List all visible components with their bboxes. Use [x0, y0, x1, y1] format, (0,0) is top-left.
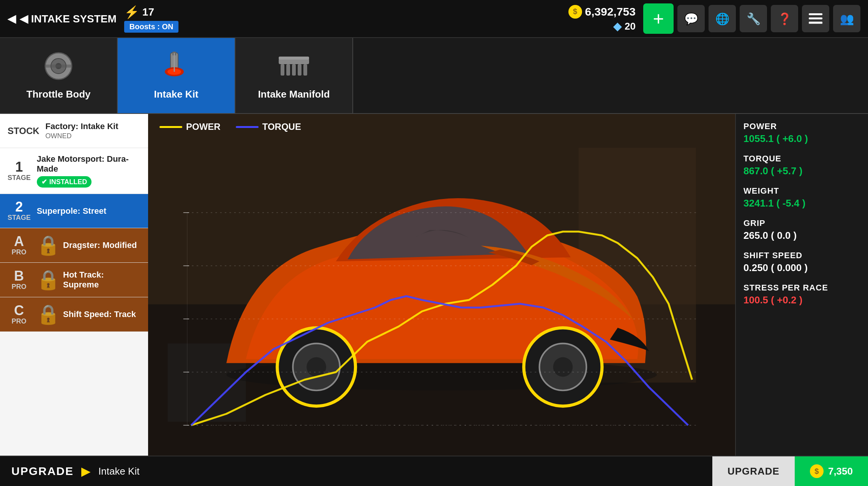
stock-label: STOCK	[8, 126, 39, 136]
top-bar: ◀ ◀ INTAKE SYSTEM ⚡ 17 Boosts : ON $ 6,3…	[0, 0, 868, 38]
svg-rect-14	[281, 64, 284, 76]
cost-currency-icon: $	[810, 464, 824, 478]
pro-b-label: PRO	[11, 283, 26, 291]
pro-b-name: Hot Track: Supreme	[63, 270, 140, 290]
throttle-body-label: Throttle Body	[27, 88, 91, 100]
pro-a-name: Dragster: Modified	[63, 240, 140, 250]
tab-intake-manifold[interactable]: Intake Manifold	[235, 38, 353, 113]
plus-icon: +	[653, 8, 664, 30]
upgrade-pro-a[interactable]: A PRO 🔒 Dragster: Modified	[0, 228, 148, 263]
upgrade-pro-c[interactable]: C PRO 🔒 Shift Speed: Track	[0, 297, 148, 332]
stage2-num: 2	[15, 200, 23, 214]
grip-value: 265.0 ( 0.0 )	[743, 230, 860, 241]
play-icon: ▶	[81, 464, 91, 478]
intake-kit-label: Intake Kit	[154, 88, 198, 100]
svg-rect-2	[809, 22, 822, 24]
throttle-body-icon	[41, 51, 76, 85]
stock-info: Factory: Intake Kit OWNED	[46, 122, 140, 140]
svg-rect-16	[292, 64, 296, 76]
stage2-badge: 2 STAGE	[8, 200, 31, 222]
stock-badge: STOCK	[8, 126, 39, 136]
stage1-info: Jake Motorsport: Dura-Made ✔ INSTALLED	[37, 154, 140, 188]
people-button[interactable]: 👥	[833, 5, 860, 32]
pro-c-info: Shift Speed: Track	[63, 309, 140, 319]
torque-line-indicator	[236, 126, 259, 128]
tab-intake-kit[interactable]: Intake Kit	[118, 38, 235, 113]
upgrade-stock[interactable]: STOCK Factory: Intake Kit OWNED	[0, 114, 148, 148]
upgrade-section-label: UPGRADE	[11, 465, 74, 478]
check-icon: ✔	[41, 178, 47, 186]
stat-torque: TORQUE 867.0 ( +5.7 )	[743, 154, 860, 177]
part-tabs: Throttle Body Intake Kit	[0, 38, 868, 114]
upgrade-list: STOCK Factory: Intake Kit OWNED 1 STAGE …	[0, 114, 148, 456]
pro-a-num: A	[14, 235, 24, 248]
svg-rect-7	[45, 65, 72, 68]
globe-button[interactable]: 🌐	[709, 5, 736, 32]
intake-manifold-icon	[277, 51, 311, 85]
svg-rect-19	[279, 57, 309, 60]
svg-rect-17	[298, 64, 301, 76]
upgrade-green-button[interactable]: $ 7,350	[795, 456, 868, 486]
lightning-icon: ⚡	[124, 5, 139, 19]
shift-speed-value: 0.250 ( 0.000 )	[743, 262, 860, 274]
pro-b-info: Hot Track: Supreme	[63, 270, 140, 290]
lock-icon-a: 🔒	[36, 234, 60, 256]
stat-stress: STRESS PER RACE 100.5 ( +0.2 )	[743, 283, 860, 306]
upgrade-label-section: UPGRADE ▶ Intake Kit	[0, 464, 712, 478]
upgrade-part-name: Intake Kit	[98, 465, 139, 477]
upgrade-button-section: UPGRADE $ 7,350	[712, 456, 868, 486]
installed-badge: ✔ INSTALLED	[37, 176, 92, 188]
stress-value: 100.5 ( +0.2 )	[743, 294, 860, 306]
add-currency-button[interactable]: +	[643, 3, 674, 34]
svg-rect-1	[809, 17, 822, 19]
gold-icon: $	[568, 5, 582, 19]
boosts-section: ⚡ 17 Boosts : ON	[124, 5, 179, 33]
stats-panel: POWER 1055.1 ( +6.0 ) TORQUE 867.0 ( +5.…	[735, 114, 868, 456]
boosts-badge[interactable]: Boosts : ON	[124, 21, 179, 33]
lightning-section: ⚡ 17	[124, 5, 154, 19]
menu-button[interactable]	[802, 5, 829, 32]
back-button[interactable]: ◀ ◀ INTAKE SYSTEM	[8, 13, 117, 25]
pro-b-num: B	[14, 269, 24, 283]
upgrade-white-button[interactable]: UPGRADE	[712, 456, 795, 486]
upgrade-pro-b[interactable]: B PRO 🔒 Hot Track: Supreme	[0, 263, 148, 297]
tab-throttle-body[interactable]: Throttle Body	[0, 38, 118, 113]
lightning-count: 17	[142, 6, 154, 18]
upgrade-cost: 7,350	[828, 465, 853, 477]
intake-kit-icon	[159, 51, 193, 85]
upgrade-white-label: UPGRADE	[728, 465, 780, 477]
stat-grip: GRIP 265.0 ( 0.0 )	[743, 218, 860, 241]
top-icons: 💬 🌐 🔧 ❓ 👥	[677, 5, 860, 32]
bottom-bar: UPGRADE ▶ Intake Kit UPGRADE $ 7,350	[0, 456, 868, 486]
weight-value: 3241.1 ( -5.4 )	[743, 197, 860, 209]
upgrade-stage2[interactable]: 2 STAGE Superpole: Street	[0, 194, 148, 228]
diamond-currency: ◆ 20	[613, 20, 636, 33]
diamond-icon: ◆	[613, 20, 622, 33]
wrench-button[interactable]: 🔧	[740, 5, 767, 32]
pro-a-info: Dragster: Modified	[63, 240, 140, 250]
stage1-name: Jake Motorsport: Dura-Made	[37, 154, 140, 174]
power-legend: POWER	[159, 122, 221, 132]
page-title: ◀ INTAKE SYSTEM	[20, 13, 117, 25]
diamond-amount: 20	[625, 21, 636, 32]
torque-legend-label: TORQUE	[262, 122, 301, 132]
main-content: STOCK Factory: Intake Kit OWNED 1 STAGE …	[0, 114, 868, 456]
center-panel: POWER TORQUE	[148, 114, 735, 456]
performance-chart	[148, 114, 735, 456]
stat-power: POWER 1055.1 ( +6.0 )	[743, 122, 860, 145]
shift-speed-label: SHIFT SPEED	[743, 251, 860, 260]
help-button[interactable]: ❓	[771, 5, 798, 32]
back-icon: ◀	[8, 13, 16, 25]
pro-a-badge: A PRO	[8, 235, 30, 256]
intake-manifold-label: Intake Manifold	[258, 88, 330, 100]
pro-c-num: C	[14, 304, 24, 317]
upgrade-stage1[interactable]: 1 STAGE Jake Motorsport: Dura-Made ✔ INS…	[0, 148, 148, 194]
stage1-label: STAGE	[8, 174, 31, 182]
pro-c-name: Shift Speed: Track	[63, 309, 140, 319]
gold-amount: 6,392,753	[585, 5, 636, 18]
stock-name: Factory: Intake Kit	[46, 122, 140, 131]
pro-c-label: PRO	[11, 317, 26, 325]
stat-weight: WEIGHT 3241.1 ( -5.4 )	[743, 186, 860, 209]
chat-button[interactable]: 💬	[677, 5, 705, 32]
svg-rect-15	[286, 64, 290, 76]
